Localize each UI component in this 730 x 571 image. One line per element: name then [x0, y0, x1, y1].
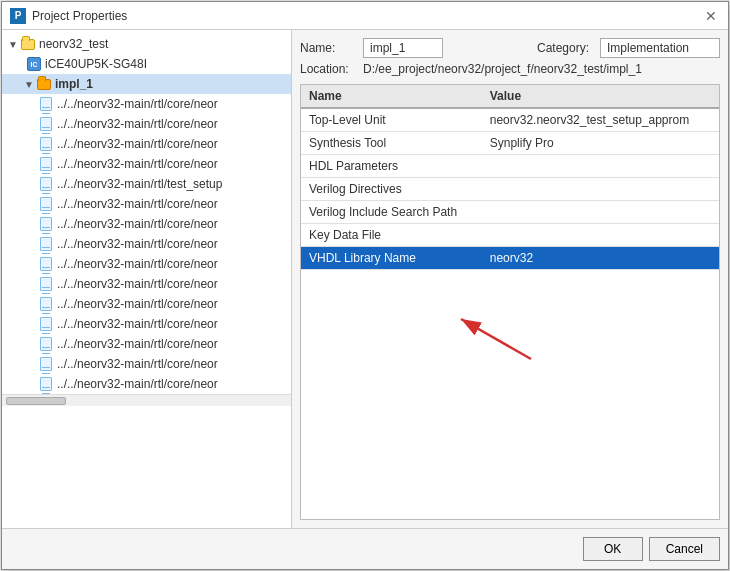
list-item[interactable]: ../../neorv32-main/rtl/core/neor — [2, 194, 291, 214]
prop-name-cell: Synthesis Tool — [301, 132, 482, 155]
file-icon-6 — [38, 216, 54, 232]
list-item[interactable]: ../../neorv32-main/rtl/core/neor — [2, 154, 291, 174]
prop-value-cell[interactable]: neorv32 — [482, 247, 719, 270]
table-row[interactable]: HDL Parameters — [301, 155, 719, 178]
prop-value-cell[interactable]: neorv32.neorv32_test_setup_approm — [482, 108, 719, 132]
tree-panel[interactable]: ▼ neorv32_test IC iCE40UP5K-SG48I ▼ impl — [2, 30, 292, 528]
chip-icon: IC — [26, 56, 42, 72]
impl-name: impl_1 — [55, 77, 93, 91]
list-item[interactable]: ../../neorv32-main/rtl/core/neor — [2, 114, 291, 134]
file-icon-10 — [38, 296, 54, 312]
file-icon-5 — [38, 196, 54, 212]
file-icon-11 — [38, 316, 54, 332]
ok-button[interactable]: OK — [583, 537, 643, 561]
tree-project-root[interactable]: ▼ neorv32_test — [2, 34, 291, 54]
list-item[interactable]: ../../neorv32-main/rtl/core/neor — [2, 314, 291, 334]
category-value: Implementation — [600, 38, 720, 58]
table-row[interactable]: VHDL Library Nameneorv32 — [301, 247, 719, 270]
file-icon-9 — [38, 276, 54, 292]
project-properties-dialog: P Project Properties ✕ ▼ neorv32_test IC… — [1, 1, 729, 570]
right-panel: Name: impl_1 Category: Implementation Lo… — [292, 30, 728, 528]
prop-name-cell: Top-Level Unit — [301, 108, 482, 132]
scrollbar-thumb[interactable] — [6, 397, 66, 405]
file-icon-2 — [38, 136, 54, 152]
prop-name-cell: HDL Parameters — [301, 155, 482, 178]
prop-value-cell[interactable] — [482, 201, 719, 224]
prop-value-cell[interactable] — [482, 155, 719, 178]
list-item[interactable]: ../../neorv32-main/rtl/core/neor — [2, 254, 291, 274]
location-row: Location: D:/ee_project/neorv32/project_… — [300, 62, 720, 76]
prop-value-cell[interactable] — [482, 224, 719, 247]
col-header-value: Value — [482, 85, 719, 108]
prop-value-cell[interactable] — [482, 178, 719, 201]
main-content: ▼ neorv32_test IC iCE40UP5K-SG48I ▼ impl — [2, 30, 728, 528]
location-label: Location: — [300, 62, 355, 76]
prop-name-cell: Verilog Include Search Path — [301, 201, 482, 224]
list-item[interactable]: ../../neorv32-main/rtl/core/neor — [2, 234, 291, 254]
impl-folder-icon — [36, 76, 52, 92]
impl-toggle-icon[interactable]: ▼ — [22, 79, 36, 90]
list-item[interactable]: ../../neorv32-main/rtl/core/neor — [2, 94, 291, 114]
dialog-title: Project Properties — [32, 9, 127, 23]
list-item[interactable]: ../../neorv32-main/rtl/core/neor — [2, 294, 291, 314]
app-icon: P — [10, 8, 26, 24]
title-bar: P Project Properties ✕ — [2, 2, 728, 30]
file-icon-13 — [38, 356, 54, 372]
file-icon-8 — [38, 256, 54, 272]
table-row[interactable]: Key Data File — [301, 224, 719, 247]
file-icon-1 — [38, 116, 54, 132]
cancel-button[interactable]: Cancel — [649, 537, 720, 561]
prop-name-cell: Key Data File — [301, 224, 482, 247]
table-row[interactable]: Synthesis ToolSynplify Pro — [301, 132, 719, 155]
list-item[interactable]: ../../neorv32-main/rtl/core/neor — [2, 214, 291, 234]
project-name: neorv32_test — [39, 37, 108, 51]
category-label: Category: — [537, 41, 592, 55]
file-list: ../../neorv32-main/rtl/core/neor ../../n… — [2, 94, 291, 394]
file-icon-3 — [38, 156, 54, 172]
project-folder-icon — [20, 36, 36, 52]
table-row[interactable]: Verilog Directives — [301, 178, 719, 201]
arrow-indicator — [431, 304, 551, 364]
col-header-name: Name — [301, 85, 482, 108]
name-value: impl_1 — [363, 38, 443, 58]
close-button[interactable]: ✕ — [702, 7, 720, 25]
name-category-row: Name: impl_1 Category: Implementation — [300, 38, 720, 58]
prop-value-cell[interactable]: Synplify Pro — [482, 132, 719, 155]
location-value: D:/ee_project/neorv32/project_f/neorv32_… — [363, 62, 642, 76]
file-icon-0 — [38, 96, 54, 112]
name-label: Name: — [300, 41, 355, 55]
list-item[interactable]: ../../neorv32-main/rtl/test_setup — [2, 174, 291, 194]
file-icon-4 — [38, 176, 54, 192]
file-icon-12 — [38, 336, 54, 352]
bottom-bar: OK Cancel — [2, 528, 728, 569]
table-row[interactable]: Top-Level Unitneorv32.neorv32_test_setup… — [301, 108, 719, 132]
prop-name-cell: Verilog Directives — [301, 178, 482, 201]
list-item[interactable]: ../../neorv32-main/rtl/core/neor — [2, 134, 291, 154]
horizontal-scrollbar[interactable] — [2, 394, 291, 406]
chip-name: iCE40UP5K-SG48I — [45, 57, 147, 71]
tree-chip[interactable]: IC iCE40UP5K-SG48I — [2, 54, 291, 74]
list-item[interactable]: ../../neorv32-main/rtl/core/neor — [2, 374, 291, 394]
tree-impl[interactable]: ▼ impl_1 — [2, 74, 291, 94]
properties-table[interactable]: Name Value Top-Level Unitneorv32.neorv32… — [300, 84, 720, 520]
table-row[interactable]: Verilog Include Search Path — [301, 201, 719, 224]
list-item[interactable]: ../../neorv32-main/rtl/core/neor — [2, 334, 291, 354]
list-item[interactable]: ../../neorv32-main/rtl/core/neor — [2, 274, 291, 294]
toggle-icon[interactable]: ▼ — [6, 39, 20, 50]
file-icon-14 — [38, 376, 54, 392]
file-icon-7 — [38, 236, 54, 252]
prop-name-cell: VHDL Library Name — [301, 247, 482, 270]
title-bar-left: P Project Properties — [10, 8, 127, 24]
list-item[interactable]: ../../neorv32-main/rtl/core/neor — [2, 354, 291, 374]
